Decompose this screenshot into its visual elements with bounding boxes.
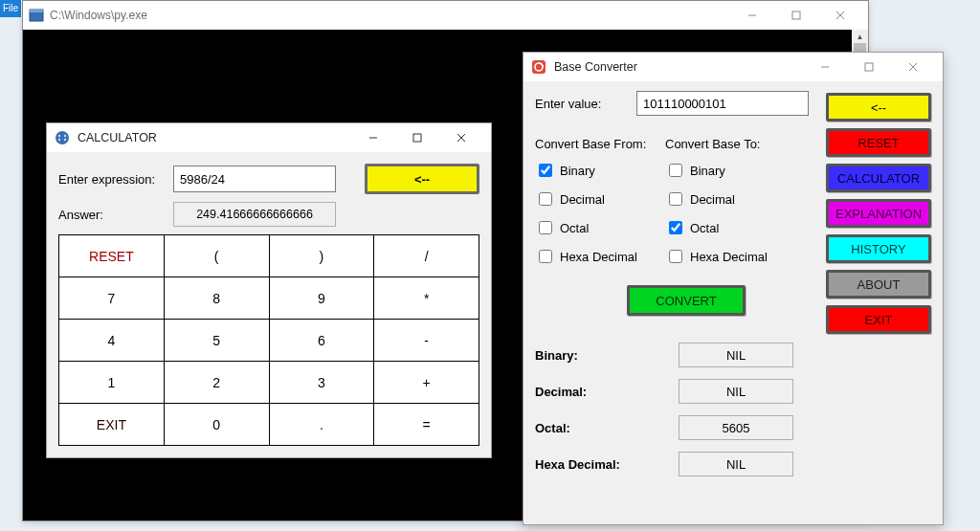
svg-point-8 — [64, 135, 66, 137]
scrollbar-up-icon[interactable]: ▲ — [852, 30, 868, 43]
answer-display: 249.41666666666666 — [173, 202, 336, 227]
from-binary-box[interactable] — [539, 164, 552, 177]
minimize-button[interactable] — [730, 2, 774, 29]
svg-rect-18 — [865, 63, 873, 71]
calculator-window-controls — [351, 124, 483, 151]
backspace-button[interactable]: <-- — [365, 164, 479, 194]
result-octal-label: Octal: — [535, 421, 679, 435]
converter-titlebar[interactable]: Base Converter — [523, 53, 943, 81]
side-buttons: <-- RESET CALCULATOR EXPLANATION HISTORY… — [826, 93, 931, 334]
calculator-button[interactable]: CALCULATOR — [826, 164, 931, 192]
to-hex-label: Hexa Decimal — [690, 250, 768, 264]
console-icon — [29, 8, 44, 23]
svg-rect-12 — [413, 134, 421, 142]
from-header: Convert Base From: — [535, 137, 665, 151]
subtract-button[interactable]: - — [374, 320, 479, 362]
about-button[interactable]: ABOUT — [826, 270, 931, 299]
key-2[interactable]: 2 — [164, 362, 269, 404]
svg-point-9 — [58, 139, 60, 141]
svg-point-7 — [58, 135, 60, 137]
results: Binary: NIL Decimal: NIL Octal: 5605 Hex… — [535, 343, 931, 476]
maximize-button[interactable] — [774, 2, 818, 29]
calculator-body: Enter expression: <-- Answer: 249.416666… — [47, 152, 491, 457]
key-4[interactable]: 4 — [59, 320, 165, 362]
decimal-button[interactable]: . — [269, 404, 374, 446]
key-9[interactable]: 9 — [269, 277, 374, 320]
multiply-button[interactable]: * — [374, 277, 479, 320]
maximize-button[interactable] — [395, 124, 439, 151]
close-button[interactable] — [439, 124, 483, 151]
maximize-button[interactable] — [847, 54, 891, 80]
key-3[interactable]: 3 — [269, 362, 374, 404]
to-column: Convert Base To: Binary Decimal Octal He… — [665, 137, 795, 276]
convert-button[interactable]: CONVERT — [627, 285, 746, 316]
converter-window: Base Converter Enter value: <-- RESET CA… — [523, 52, 944, 525]
result-binary-label: Binary: — [535, 348, 679, 363]
answer-label: Answer: — [58, 208, 173, 222]
enter-value-input[interactable] — [636, 91, 809, 116]
exit-button[interactable]: EXIT — [826, 305, 931, 334]
back-button[interactable]: <-- — [826, 93, 931, 122]
converter-icon — [531, 59, 546, 75]
expression-label: Enter expression: — [58, 172, 173, 187]
calculator-titlebar[interactable]: CALCULATOR — [47, 123, 491, 152]
console-titlebar[interactable]: C:\Windows\py.exe — [23, 1, 868, 30]
to-decimal-checkbox[interactable]: Decimal — [665, 189, 795, 209]
history-button[interactable]: HISTORY — [826, 234, 931, 263]
to-octal-box[interactable] — [669, 221, 682, 234]
converter-body: Enter value: <-- RESET CALCULATOR EXPLAN… — [523, 81, 943, 494]
result-binary-value: NIL — [679, 343, 793, 367]
minimize-button[interactable] — [803, 54, 847, 80]
minimize-button[interactable] — [351, 124, 395, 151]
from-decimal-checkbox[interactable]: Decimal — [535, 189, 665, 209]
add-button[interactable]: + — [374, 362, 479, 404]
result-hex-label: Hexa Decimal: — [535, 457, 679, 472]
key-7[interactable]: 7 — [59, 277, 165, 320]
exit-button[interactable]: EXIT — [59, 404, 165, 446]
from-binary-label: Binary — [560, 164, 595, 178]
from-hex-label: Hexa Decimal — [560, 250, 637, 264]
from-decimal-box[interactable] — [539, 192, 552, 206]
to-hex-box[interactable] — [669, 250, 682, 263]
to-decimal-box[interactable] — [669, 192, 682, 206]
from-hex-checkbox[interactable]: Hexa Decimal — [535, 247, 665, 266]
equals-button[interactable]: = — [374, 404, 479, 446]
to-decimal-label: Decimal — [690, 192, 735, 207]
to-binary-checkbox[interactable]: Binary — [665, 161, 795, 180]
result-hex-value: NIL — [679, 452, 793, 476]
right-paren-button[interactable]: ) — [269, 235, 374, 277]
reset-button[interactable]: RESET — [826, 128, 931, 157]
result-decimal-label: Decimal: — [535, 385, 679, 399]
from-hex-box[interactable] — [539, 250, 552, 263]
explanation-button[interactable]: EXPLANATION — [826, 199, 931, 228]
from-octal-box[interactable] — [539, 221, 552, 234]
from-binary-checkbox[interactable]: Binary — [535, 161, 665, 180]
svg-rect-3 — [792, 11, 800, 19]
close-button[interactable] — [818, 2, 862, 29]
from-decimal-label: Decimal — [560, 192, 605, 207]
key-5[interactable]: 5 — [164, 320, 269, 362]
converter-title: Base Converter — [554, 60, 803, 74]
reset-button[interactable]: RESET — [59, 235, 165, 277]
left-paren-button[interactable]: ( — [164, 235, 269, 277]
key-1[interactable]: 1 — [59, 362, 165, 404]
divide-button[interactable]: / — [374, 235, 479, 277]
keypad: RESET ( ) / 7 8 9 * 4 5 6 - — [58, 234, 479, 446]
to-binary-label: Binary — [690, 164, 725, 178]
to-binary-box[interactable] — [669, 164, 682, 177]
key-0[interactable]: 0 — [164, 404, 269, 446]
to-octal-checkbox[interactable]: Octal — [665, 218, 795, 237]
enter-value-label: Enter value: — [535, 97, 636, 111]
to-hex-checkbox[interactable]: Hexa Decimal — [665, 247, 795, 266]
svg-point-6 — [56, 131, 69, 144]
calculator-title: CALCULATOR — [78, 131, 351, 144]
from-octal-checkbox[interactable]: Octal — [535, 218, 665, 237]
result-octal-value: 5605 — [679, 415, 793, 440]
close-button[interactable] — [891, 54, 935, 80]
key-6[interactable]: 6 — [269, 320, 374, 362]
expression-input[interactable] — [173, 166, 336, 192]
svg-rect-15 — [532, 60, 546, 74]
key-8[interactable]: 8 — [164, 277, 269, 320]
calculator-icon — [55, 130, 70, 145]
calculator-window: CALCULATOR Enter expression: <-- Answer:… — [46, 122, 492, 458]
